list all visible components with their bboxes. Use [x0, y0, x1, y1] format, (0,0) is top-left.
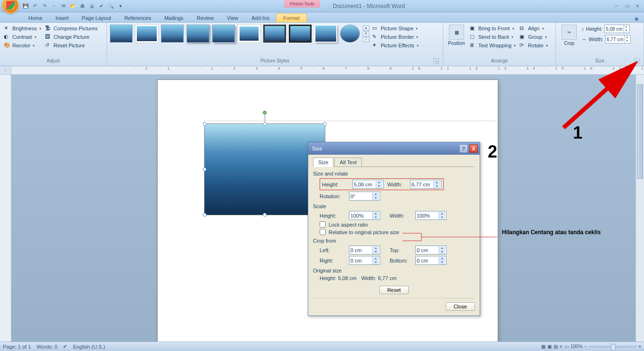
- picture-shape-button[interactable]: ▭Picture Shape▾: [371, 25, 420, 32]
- view-draft-icon[interactable]: ▭: [564, 344, 569, 349]
- dialog-tab-size[interactable]: Size: [313, 158, 333, 167]
- view-fullscreen-icon[interactable]: ▣: [547, 344, 552, 349]
- dlg-scale-h-input[interactable]: 100%▴▾: [349, 211, 380, 220]
- zoom-in-button[interactable]: +: [638, 344, 641, 349]
- tab-home[interactable]: Home: [22, 14, 49, 22]
- style-thumb[interactable]: [238, 25, 260, 43]
- style-thumb[interactable]: [187, 25, 209, 43]
- style-thumb[interactable]: [340, 25, 360, 43]
- ruler-corner[interactable]: ▫: [0, 66, 11, 74]
- crop-icon: ✂: [567, 30, 571, 35]
- print-icon[interactable]: 🖨: [88, 2, 96, 10]
- resize-handle[interactable]: [203, 213, 206, 217]
- reset-button[interactable]: Reset: [379, 286, 409, 294]
- compress-button[interactable]: 🗜Compress Pictures: [44, 25, 98, 32]
- view-print-layout-icon[interactable]: ▦: [541, 344, 546, 349]
- zoom-slider[interactable]: [589, 346, 636, 348]
- brightness-button[interactable]: ☀Brightness▾: [3, 25, 42, 32]
- resize-handle[interactable]: [203, 167, 206, 171]
- resize-handle[interactable]: [323, 122, 327, 126]
- status-language[interactable]: English (U.S.): [73, 344, 105, 350]
- quickprint-icon[interactable]: 🖶: [79, 2, 86, 10]
- dlg-crop-left[interactable]: 0 cm▴▾: [349, 246, 380, 254]
- dlg-height-input[interactable]: 5,08 cm▴▾: [352, 180, 384, 189]
- tab-addins[interactable]: Add-Ins: [245, 14, 276, 22]
- undo-icon[interactable]: ↶: [31, 2, 39, 10]
- dialog-tab-alttext[interactable]: Alt Text: [334, 158, 362, 167]
- help-icon[interactable]: ◉: [633, 15, 640, 22]
- close-button[interactable]: ✕: [635, 3, 640, 9]
- lock-aspect-checkbox[interactable]: [320, 221, 326, 228]
- reset-picture-button[interactable]: ↺Reset Picture: [44, 42, 98, 49]
- dlg-width-input[interactable]: 6,77 cm▴▾: [410, 180, 441, 189]
- style-thumb[interactable]: [263, 25, 286, 43]
- wrap-icon: ≣: [470, 42, 476, 49]
- tab-page-layout[interactable]: Page Layout: [75, 14, 118, 22]
- dlg-crop-top[interactable]: 0 cm▴▾: [415, 246, 447, 254]
- selected-image[interactable]: [204, 123, 325, 215]
- tab-references[interactable]: References: [118, 14, 158, 22]
- tab-insert[interactable]: Insert: [49, 14, 75, 22]
- dialog-close-x[interactable]: X: [469, 144, 478, 153]
- dlg-crop-bottom[interactable]: 0 cm▴▾: [415, 256, 447, 265]
- view-web-icon[interactable]: ▤: [554, 344, 558, 349]
- dialog-titlebar[interactable]: Size ? X: [308, 142, 480, 155]
- style-thumb[interactable]: [135, 25, 158, 43]
- redo-icon[interactable]: ↷: [41, 2, 48, 10]
- resize-handle[interactable]: [263, 213, 267, 217]
- email-icon[interactable]: ✉: [60, 2, 67, 10]
- close-button[interactable]: Close: [446, 302, 475, 311]
- dialog-help-button[interactable]: ?: [459, 144, 468, 153]
- change-picture-button[interactable]: 🖼Change Picture: [44, 33, 98, 41]
- rotate-handle[interactable]: [263, 111, 267, 114]
- relative-original-checkbox[interactable]: [320, 229, 326, 235]
- open-icon[interactable]: 📂: [69, 2, 77, 10]
- tab-format[interactable]: Format: [276, 13, 307, 22]
- rotate-button[interactable]: ⟳Rotate▾: [519, 42, 548, 49]
- view-outline-icon[interactable]: ≡: [560, 344, 563, 349]
- width-input[interactable]: 6,77 cm▴▾: [605, 35, 631, 44]
- group-icon: ▣: [519, 34, 526, 40]
- zoom-out-button[interactable]: −: [584, 344, 587, 349]
- height-input[interactable]: 5,08 cm▴▾: [604, 25, 630, 33]
- text-wrap-button[interactable]: ≣Text Wrapping▾: [469, 42, 517, 49]
- office-button[interactable]: [2, 0, 19, 14]
- zoom-level[interactable]: 100%: [571, 344, 583, 349]
- picture-effects-button[interactable]: ✦Picture Effects▾: [371, 42, 420, 49]
- style-thumb[interactable]: [314, 25, 337, 43]
- recolor-button[interactable]: 🎨Recolor▾: [3, 42, 42, 49]
- dlg-crop-right[interactable]: 0 cm▴▾: [349, 256, 380, 265]
- styles-launcher[interactable]: ↘: [433, 58, 439, 64]
- tab-mailings[interactable]: Mailings: [158, 14, 190, 22]
- style-thumb[interactable]: [110, 25, 133, 43]
- style-thumb[interactable]: [289, 25, 312, 43]
- align-button[interactable]: ⊟Align▾: [519, 25, 548, 32]
- resize-handle[interactable]: [263, 122, 267, 126]
- crop-button[interactable]: ✂Crop: [559, 25, 580, 46]
- send-back-button[interactable]: ▢Send to Back▾: [469, 33, 517, 41]
- dlg-rotation-input[interactable]: 0°▴▾: [349, 192, 380, 201]
- style-thumb[interactable]: [212, 25, 235, 43]
- group-button[interactable]: ▣Group▾: [519, 33, 548, 41]
- dlg-scale-w-input[interactable]: 100%▴▾: [415, 211, 447, 220]
- status-page[interactable]: Page: 1 of 1: [3, 344, 31, 350]
- dialog-title: Size: [312, 146, 458, 151]
- spell-icon[interactable]: ✔: [98, 2, 105, 10]
- tab-view[interactable]: View: [220, 14, 245, 22]
- picture-border-button[interactable]: ✎Picture Border▾: [371, 33, 420, 41]
- position-button[interactable]: ▦Position: [446, 25, 467, 46]
- preview-icon[interactable]: 🔍: [107, 2, 115, 10]
- maximize-button[interactable]: ▭: [624, 3, 630, 9]
- resize-handle[interactable]: [203, 122, 206, 126]
- save-icon[interactable]: 💾: [22, 2, 29, 10]
- contrast-button[interactable]: ◐Contrast▾: [3, 33, 42, 41]
- style-thumb[interactable]: [161, 25, 184, 43]
- new-icon[interactable]: ▫: [50, 2, 58, 10]
- proof-icon[interactable]: ✔: [63, 343, 67, 350]
- bring-front-button[interactable]: ▣Bring to Front▾: [469, 25, 517, 32]
- more-icon[interactable]: ▾: [116, 2, 124, 10]
- gallery-scroll[interactable]: ▴▾⁞: [363, 26, 369, 42]
- tab-review[interactable]: Review: [190, 14, 220, 22]
- minimize-button[interactable]: ─: [614, 3, 619, 9]
- status-words[interactable]: Words: 0: [36, 344, 57, 350]
